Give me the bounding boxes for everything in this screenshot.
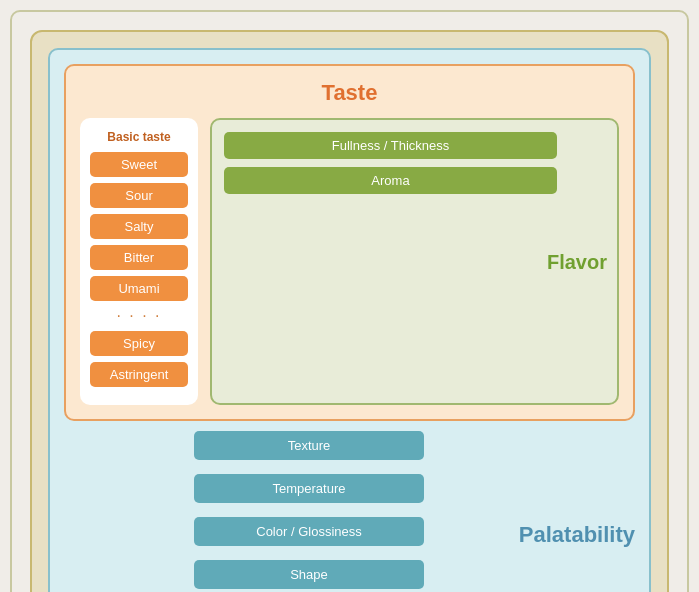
main-container: Taste Basic taste Sweet Sour Salty Bitte… — [10, 10, 689, 592]
dots-separator: · · · · — [90, 307, 188, 325]
temperature-button[interactable]: Temperature — [194, 474, 424, 503]
fullness-thickness-button[interactable]: Fullness / Thickness — [224, 132, 557, 159]
taste-content: Basic taste Sweet Sour Salty Bitter Umam… — [80, 118, 619, 405]
taste-title: Taste — [80, 80, 619, 106]
sweet-button[interactable]: Sweet — [90, 152, 188, 177]
bitter-button[interactable]: Bitter — [90, 245, 188, 270]
basic-taste-label: Basic taste — [90, 130, 188, 144]
texture-button[interactable]: Texture — [194, 431, 424, 460]
palatability-content: Texture Temperature Color / Glossiness S… — [64, 431, 635, 592]
palatability-region: Taste Basic taste Sweet Sour Salty Bitte… — [48, 48, 651, 592]
astringent-button[interactable]: Astringent — [90, 362, 188, 387]
salty-button[interactable]: Salty — [90, 214, 188, 239]
spicy-button[interactable]: Spicy — [90, 331, 188, 356]
basic-taste-column: Basic taste Sweet Sour Salty Bitter Umam… — [80, 118, 198, 405]
shape-button[interactable]: Shape — [194, 560, 424, 589]
palatability-label: Palatability — [519, 522, 635, 548]
umami-button[interactable]: Umami — [90, 276, 188, 301]
flavor-region: Fullness / Thickness Aroma Flavor — [210, 118, 619, 405]
flavor-label: Flavor — [547, 250, 607, 273]
palatability-items: Texture Temperature Color / Glossiness S… — [194, 431, 503, 592]
color-glossiness-button[interactable]: Color / Glossiness — [194, 517, 424, 546]
aroma-button[interactable]: Aroma — [224, 167, 557, 194]
sour-button[interactable]: Sour — [90, 183, 188, 208]
taste-region: Taste Basic taste Sweet Sour Salty Bitte… — [64, 64, 635, 421]
